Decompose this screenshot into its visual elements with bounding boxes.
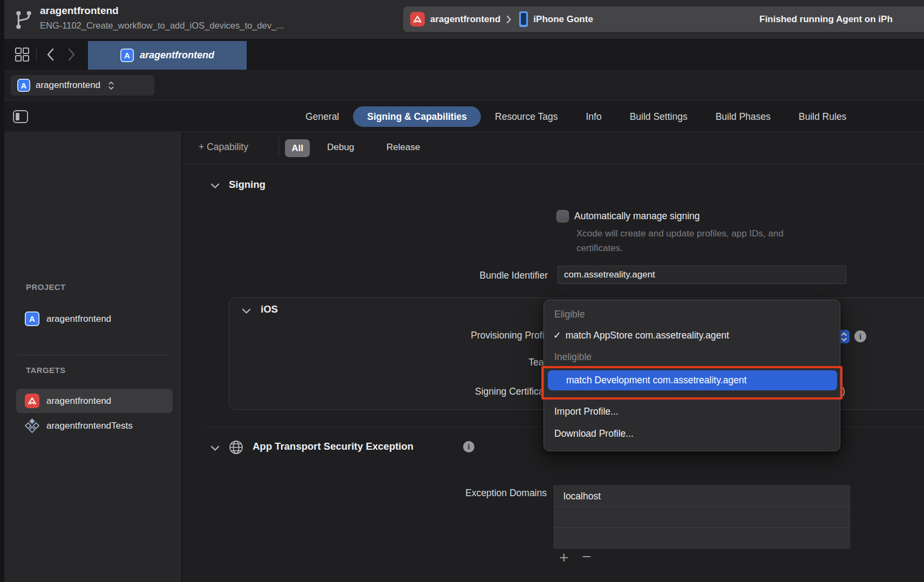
tab-build-phases[interactable]: Build Phases [702,106,785,127]
hide-sidebar-icon[interactable] [12,109,29,127]
chevron-down-icon[interactable] [210,181,220,191]
app-target-icon [410,12,425,26]
auto-manage-description: Xcode will create and update profiles, a… [576,226,784,255]
app-target-icon [25,394,39,408]
chevron-down-icon[interactable] [242,307,251,316]
tab-overview-icon[interactable] [14,46,30,65]
tab-info[interactable]: Info [572,106,615,127]
navigate-back-icon[interactable] [45,48,56,64]
jump-bar: A aragentfrontend [0,70,924,100]
ats-section-title: App Transport Security Exception [253,441,413,452]
domain-row[interactable] [554,528,850,549]
tab-build-settings[interactable]: Build Settings [616,106,702,127]
certificate-value-tail: ) [842,385,845,397]
tab-general[interactable]: General [291,106,353,127]
signing-section-title: Signing [229,179,266,191]
menu-item-match-appstore[interactable]: ✓ match AppStore com.assetreality.agent [553,330,729,341]
menu-item-import-profile[interactable]: Import Profile... [554,406,619,417]
domain-row[interactable]: localhost [554,486,850,507]
provisioning-profile-label: Provisioning Profile [363,330,552,341]
sidebar-item-target-app[interactable]: aragentfrontend [16,389,173,413]
targets-section-header: TARGETS [26,366,65,375]
run-destination[interactable]: iPhone Gonte [533,14,593,25]
activity-status-text: Finished running Agent on iPh [759,6,893,32]
xcode-window: aragentfrontend ENG-1102_Create_workflow… [0,0,924,582]
ios-card-title: iOS [261,303,278,315]
exception-domains-label: Exception Domains [377,488,547,499]
tab-resource-tags[interactable]: Resource Tags [481,106,572,127]
project-section-header: PROJECT [26,282,66,292]
segment-debug[interactable]: Debug [327,142,354,153]
menu-item-download-profile[interactable]: Download Profile... [554,428,634,439]
project-file-icon: A [25,312,39,326]
bundle-identifier-label: Bundle Identifier [378,270,548,281]
iphone-device-icon [519,11,528,27]
tab-aragentfrontend[interactable]: A aragentfrontend [88,41,247,70]
team-label: Team [363,357,552,368]
toolbar: aragentfrontend ENG-1102_Create_workflow… [0,0,924,39]
auto-manage-signing-checkbox[interactable] [556,210,569,222]
segment-all[interactable]: All [285,139,310,157]
chevron-separator-icon [506,15,512,24]
sidebar-item-target-tests[interactable]: aragentfrontendTests [25,418,133,433]
window-title: aragentfrontend [40,5,119,17]
chevron-down-icon[interactable] [210,444,220,454]
editor-tab-bar: A aragentfrontend [0,39,924,70]
scheme-name[interactable]: aragentfrontend [430,14,500,25]
window-subtitle-branch: ENG-1102_Create_workflow_to_add_iOS_devi… [40,21,284,31]
menu-group-eligible: Eligible [554,309,585,320]
exception-domains-table: localhost [554,485,850,549]
scheme-status-bar[interactable]: aragentfrontend iPhone Gonte Finished ru… [403,6,924,32]
updown-chevron-icon [108,80,114,91]
tab-build-rules[interactable]: Build Rules [785,106,861,127]
tab-signing-capabilities[interactable]: Signing & Capabilities [353,106,481,127]
project-file-icon: A [120,49,134,62]
project-targets-sidebar: PROJECT A aragentfrontend TARGETS aragen… [4,132,181,582]
auto-manage-signing-label: Automatically manage signing [574,211,700,222]
settings-tabs: General Signing & Capabilities Resource … [291,106,860,127]
toolbar-divider [36,48,37,61]
segment-release[interactable]: Release [386,142,420,153]
sidebar-item-project[interactable]: A aragentfrontend [25,312,111,326]
git-branch-icon [14,9,33,33]
info-icon[interactable]: i [463,441,474,452]
sidebar-split-divider[interactable] [181,132,182,582]
window-edge [0,0,4,582]
content-divider [182,164,924,164]
info-icon[interactable]: i [854,330,866,342]
test-bundle-icon [25,418,39,433]
menu-item-match-development[interactable]: match Development com.assetreality.agent [548,370,837,390]
bundle-identifier-field[interactable]: com.assetreality.agent [558,266,846,284]
domain-row[interactable] [554,507,850,528]
checkmark-icon: ✓ [553,330,561,341]
remove-domain-button[interactable]: − [582,549,592,565]
signing-certificate-label: Signing Certificate [363,386,552,397]
add-capability-button[interactable]: + Capability [199,141,248,153]
sidebar-divider [16,355,171,355]
globe-icon [229,440,243,457]
capability-divider [278,137,279,158]
jump-bar-selector[interactable]: A aragentfrontend [11,75,154,96]
menu-group-ineligible: Ineligible [554,351,592,363]
project-editor-tab-strip: General Signing & Capabilities Resource … [0,100,924,132]
navigate-forward-icon[interactable] [66,48,77,64]
project-file-icon: A [17,79,30,92]
provisioning-profile-menu: Eligible ✓ match AppStore com.assetreali… [543,300,840,451]
add-domain-button[interactable]: + [559,550,569,566]
